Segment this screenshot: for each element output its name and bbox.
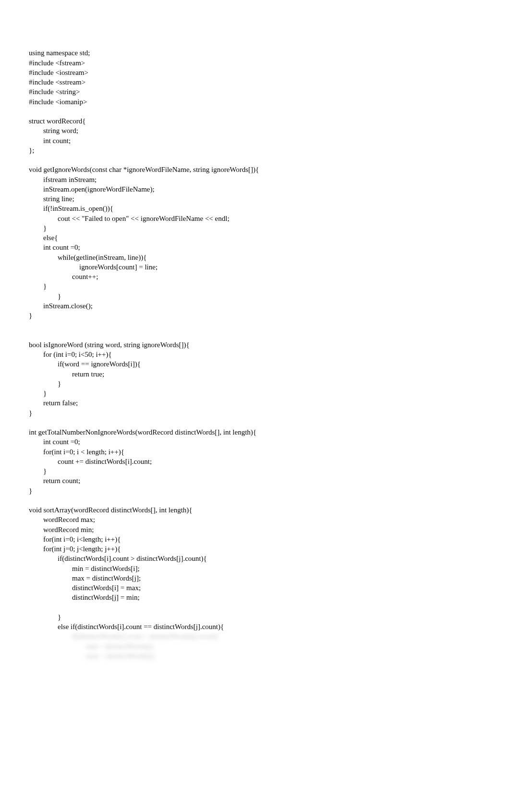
code-line: } [29,292,61,300]
blurred-code-line: min = distinctWords[i]; [29,642,154,650]
code-line: for(int i=0; i<length; i++){ [29,535,121,543]
code-line: cout << "Failed to open" << ignoreWordFi… [29,215,230,222]
code-line: distinctWords[j] = min; [29,594,140,601]
code-line: #include <iostream> [29,69,88,76]
code-line: } [29,312,32,319]
code-line: int getTotalNumberNonIgnoreWords(wordRec… [29,428,256,436]
blurred-code-line: max = distinctWords[j]; [29,652,155,660]
code-line: #include <string> [29,88,80,96]
code-line: #include <sstream> [29,78,85,86]
code-line: inStream.open(ignoreWordFileName); [29,185,155,193]
code-line: } [29,613,61,621]
code-line: inStream.close(); [29,302,93,310]
code-line: ifstream inStream; [29,176,97,183]
code-line: int count =0; [29,243,80,251]
code-line: ignoreWords[count] = line; [29,263,158,271]
code-line: count += distinctWords[i].count; [29,458,152,465]
code-line: } [29,487,32,495]
code-line: }; [29,146,34,154]
code-line: bool isIgnoreWord (string word, string i… [29,341,190,349]
code-line: struct wordRecord{ [29,117,85,125]
code-line: return true; [29,370,104,378]
code-line: max = distinctWords[j]; [29,574,141,582]
code-line: } [29,409,32,417]
code-line: if(distinctWords[i].count > distinctWord… [29,555,207,562]
code-line: string word; [29,127,78,134]
code-line: using namespace std; [29,49,90,57]
blurred-code-line: if(distinctWords[i].word > distinctWords… [29,632,219,640]
code-line: for(int j=0; j<length; j++){ [29,545,121,553]
code-line: } [29,282,47,290]
code-line: string line; [29,195,74,203]
code-line: distinctWords[i] = max; [29,584,141,592]
code-line: if(word == ignoreWords[i]){ [29,360,141,368]
code-line: } [29,467,47,475]
code-line: return count; [29,477,80,485]
code-line: for(int i=0; i < length; i++){ [29,448,124,456]
code-line: #include <fstream> [29,59,85,67]
code-line: int count; [29,137,71,145]
code-line: count++; [29,273,98,280]
code-line: void sortArray(wordRecord distinctWords[… [29,506,193,514]
code-line: return false; [29,399,78,407]
code-line: } [29,224,47,232]
code-document: using namespace std; #include <fstream> … [29,38,481,661]
code-line: else if(distinctWords[i].count == distin… [29,623,224,630]
code-line: while(getline(inStream, line)){ [29,254,146,261]
code-line: #include <iomanip> [29,98,87,106]
code-line: int count =0; [29,438,80,446]
code-line: else{ [29,234,58,242]
code-line: min = distinctWords[i]; [29,565,140,572]
code-line: if(!inStream.is_open()){ [29,205,113,212]
code-line: wordRecord max; [29,516,95,523]
code-line: void getIgnoreWords(const char *ignoreWo… [29,166,259,173]
code-line: } [29,389,47,397]
code-line: for (int i=0; i<50; i++){ [29,351,112,358]
code-line: wordRecord min; [29,526,94,533]
code-line: } [29,380,61,388]
